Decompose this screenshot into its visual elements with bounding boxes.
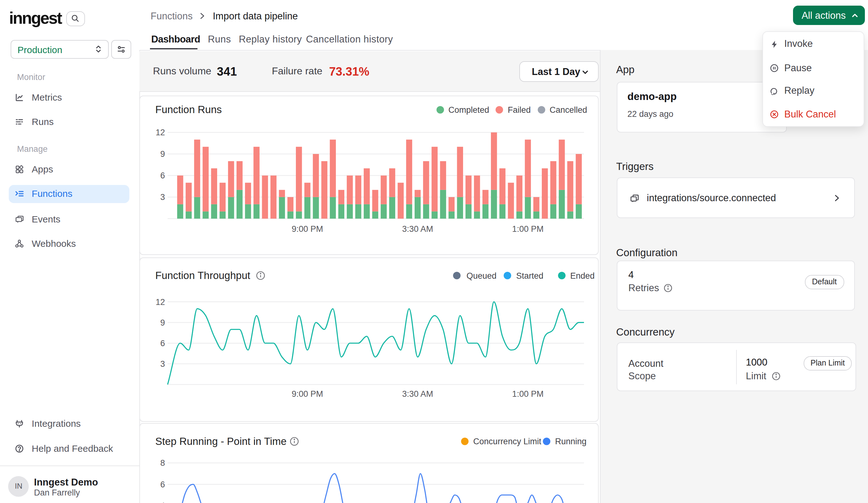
svg-text:3:30 AM: 3:30 AM (402, 389, 433, 399)
svg-text:9:00 PM: 9:00 PM (291, 224, 323, 234)
svg-text:6: 6 (160, 339, 165, 348)
svg-text:9: 9 (160, 149, 165, 159)
svg-text:Cancelled: Cancelled (549, 105, 587, 115)
svg-text:Failed: Failed (507, 105, 530, 115)
svg-text:3:30 AM: 3:30 AM (402, 224, 433, 234)
svg-text:3: 3 (160, 359, 165, 369)
svg-text:Running: Running (555, 437, 586, 446)
svg-text:12: 12 (155, 128, 165, 137)
svg-text:6: 6 (160, 171, 165, 180)
svg-text:Completed: Completed (448, 105, 489, 115)
svg-text:1:00 PM: 1:00 PM (512, 389, 543, 399)
svg-text:Concurrency Limit: Concurrency Limit (473, 437, 541, 446)
svg-text:Ended: Ended (570, 271, 594, 280)
svg-text:9: 9 (160, 318, 165, 327)
svg-text:Queued: Queued (466, 271, 496, 280)
svg-text:Started: Started (516, 271, 543, 280)
svg-text:6: 6 (160, 480, 165, 489)
svg-text:Step Running - Point in Time: Step Running - Point in Time (155, 435, 286, 447)
svg-text:Function Throughput: Function Throughput (155, 270, 250, 281)
svg-text:12: 12 (155, 297, 165, 307)
svg-text:Function Runs: Function Runs (155, 104, 221, 115)
svg-text:1:00 PM: 1:00 PM (512, 224, 543, 234)
svg-text:4: 4 (160, 501, 165, 503)
svg-text:8: 8 (160, 458, 165, 468)
svg-text:9:00 PM: 9:00 PM (291, 389, 323, 399)
svg-text:3: 3 (160, 193, 165, 202)
